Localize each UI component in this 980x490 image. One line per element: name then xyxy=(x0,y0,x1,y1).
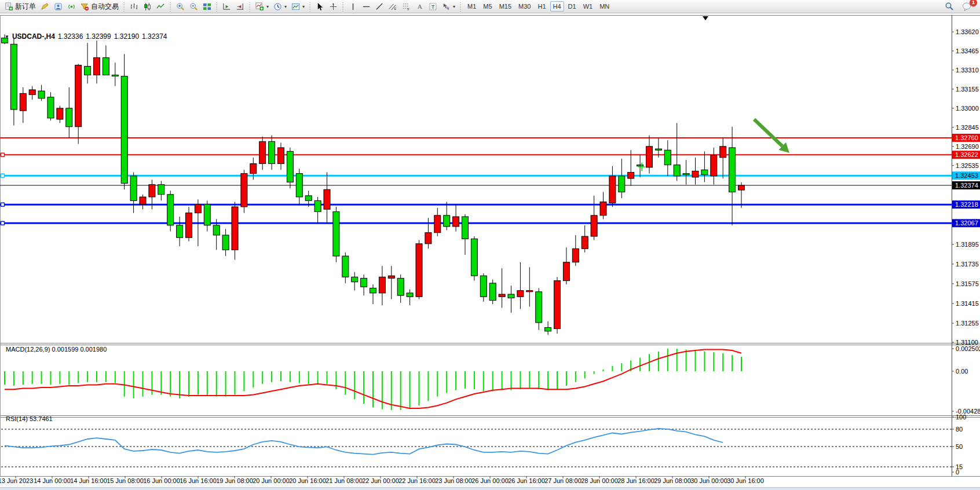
toolbar-group-trade: 新订单 自动交易 xyxy=(2,0,121,13)
timeframe-m1[interactable]: M1 xyxy=(465,1,479,12)
toolbar-group-insert xyxy=(253,0,307,13)
timeframe-h1[interactable]: H1 xyxy=(535,1,548,12)
rsi-title: RSI(14) xyxy=(6,415,28,422)
svg-text:1.32845: 1.32845 xyxy=(956,124,979,131)
fibonacci-icon: F xyxy=(402,2,411,11)
svg-text:1.33620: 1.33620 xyxy=(956,28,979,35)
svg-text:22 Jun 16:00: 22 Jun 16:00 xyxy=(398,477,436,484)
timeframe-m15[interactable]: M15 xyxy=(496,1,514,12)
svg-text:A: A xyxy=(418,3,423,10)
svg-text:28 Jun 00:00: 28 Jun 00:00 xyxy=(581,477,618,484)
line-chart-icon xyxy=(156,2,165,11)
chart-shift-button[interactable] xyxy=(233,1,247,12)
svg-text:1.31255: 1.31255 xyxy=(956,320,979,327)
notifications-button[interactable]: 1 xyxy=(960,1,974,12)
timeframe-d1[interactable]: D1 xyxy=(565,1,579,12)
chart-area[interactable]: 1.336201.334651.333101.331551.330001.328… xyxy=(0,13,980,490)
crosshair-button[interactable] xyxy=(327,1,340,12)
quote-open: 1.32336 xyxy=(58,32,83,41)
svg-text:F: F xyxy=(407,8,409,11)
toolbar-group-cursor xyxy=(313,0,340,13)
chart-title: ▼ USDCAD-,H4 1.32336 1.32399 1.32190 1.3… xyxy=(5,32,167,41)
timeframe-mn[interactable]: MN xyxy=(597,1,612,12)
text-label-button[interactable]: T xyxy=(426,1,440,12)
crayon-icon xyxy=(41,2,49,11)
svg-text:28 Jun 16:00: 28 Jun 16:00 xyxy=(617,477,654,484)
indicators-button[interactable] xyxy=(253,1,271,12)
toolbar-group-chart-type xyxy=(127,0,167,13)
zoom-in-icon xyxy=(176,2,185,11)
svg-text:26 Jun 00:00: 26 Jun 00:00 xyxy=(471,477,509,484)
line-chart-button[interactable] xyxy=(154,1,167,12)
zoom-in-button[interactable] xyxy=(174,1,187,12)
svg-text:1.33465: 1.33465 xyxy=(956,47,979,54)
timeframe-group: M1M5M15M30H1H4D1W1MN xyxy=(464,0,613,13)
svg-text:14 Jun 00:00: 14 Jun 00:00 xyxy=(34,477,71,484)
quote-low: 1.32190 xyxy=(114,32,139,41)
svg-text:27 Jun 08:00: 27 Jun 08:00 xyxy=(544,477,582,484)
svg-text:1.32690: 1.32690 xyxy=(956,143,979,150)
svg-text:0: 0 xyxy=(956,469,959,476)
mt4-window: 新订单 自动交易 xyxy=(0,0,980,490)
rsi-value: 53.7461 xyxy=(30,415,53,422)
svg-text:1.32622: 1.32622 xyxy=(955,151,978,158)
svg-text:1.31895: 1.31895 xyxy=(956,241,979,248)
signal-icon xyxy=(67,2,76,11)
profile-icon xyxy=(54,2,63,11)
bar-chart-button[interactable] xyxy=(127,1,141,12)
timeframe-w1[interactable]: W1 xyxy=(580,1,596,12)
toolbar: 新订单 自动交易 xyxy=(0,0,980,13)
symbol-dropdown-icon[interactable]: ▼ xyxy=(5,34,9,39)
trendline-button[interactable] xyxy=(373,1,386,12)
svg-text:1.32535: 1.32535 xyxy=(956,162,979,169)
bar-chart-icon xyxy=(130,2,138,11)
profile-button[interactable] xyxy=(52,1,65,12)
periods-button[interactable] xyxy=(271,1,289,12)
svg-text:80: 80 xyxy=(956,426,963,433)
svg-text:20 Jun 00:00: 20 Jun 00:00 xyxy=(253,477,290,484)
svg-text:0.00: 0.00 xyxy=(956,368,968,375)
cursor-button[interactable] xyxy=(313,1,327,12)
auto-trading-button[interactable]: 自动交易 xyxy=(78,1,121,12)
arrows-button[interactable] xyxy=(440,1,458,12)
timeframe-m5[interactable]: M5 xyxy=(480,1,495,12)
status-strip xyxy=(0,487,980,490)
svg-text:0.002502: 0.002502 xyxy=(956,345,980,352)
svg-text:1.33155: 1.33155 xyxy=(956,86,979,93)
horizontal-line-button[interactable] xyxy=(360,1,373,12)
timeframe-h4[interactable]: H4 xyxy=(550,1,564,12)
svg-text:23 Jun 08:00: 23 Jun 08:00 xyxy=(435,477,472,484)
svg-text:1.33000: 1.33000 xyxy=(956,105,979,112)
toolbar-separator xyxy=(248,1,252,12)
cursor-icon xyxy=(316,2,324,11)
template-icon xyxy=(291,2,300,11)
styler-button[interactable] xyxy=(38,1,52,12)
signal-button[interactable] xyxy=(65,1,78,12)
auto-scroll-button[interactable] xyxy=(220,1,233,12)
chart-canvas[interactable]: 1.336201.334651.333101.331551.330001.328… xyxy=(0,0,980,490)
text-button[interactable]: A xyxy=(413,1,426,12)
tile-windows-button[interactable] xyxy=(200,1,214,12)
zoom-out-icon xyxy=(189,2,198,11)
svg-text:26 Jun 16:00: 26 Jun 16:00 xyxy=(508,477,545,484)
search-button[interactable] xyxy=(942,1,956,12)
new-order-button[interactable]: 新订单 xyxy=(2,1,38,12)
svg-text:1.32760: 1.32760 xyxy=(955,134,978,141)
time-axis[interactable]: 13 Jun 202314 Jun 00:0014 Jun 16:0015 Ju… xyxy=(0,476,764,484)
zoom-out-button[interactable] xyxy=(187,1,200,12)
horizontal-line-icon xyxy=(362,2,371,11)
svg-text:30 Jun 00:00: 30 Jun 00:00 xyxy=(690,477,727,484)
fibonacci-button[interactable]: F xyxy=(400,1,413,12)
templates-button[interactable] xyxy=(289,1,307,12)
candlestick-icon xyxy=(143,2,152,11)
svg-text:29 Jun 08:00: 29 Jun 08:00 xyxy=(654,477,691,484)
channel-button[interactable]: E xyxy=(386,1,400,12)
text-icon: A xyxy=(415,2,424,11)
toolbar-separator xyxy=(122,1,126,12)
candlestick-chart-button[interactable] xyxy=(141,1,154,12)
timeframe-m30[interactable]: M30 xyxy=(515,1,533,12)
toolbar-separator xyxy=(341,1,345,12)
vertical-line-button[interactable] xyxy=(346,1,360,12)
new-order-label: 新订单 xyxy=(15,2,36,12)
svg-text:1.31575: 1.31575 xyxy=(956,280,979,287)
